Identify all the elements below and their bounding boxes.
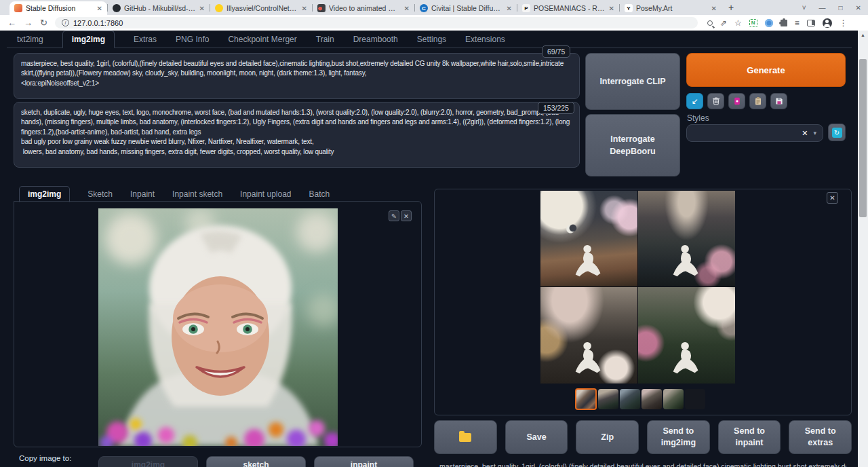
extensions-puzzle-icon[interactable] xyxy=(781,20,787,26)
forward-icon[interactable]: → xyxy=(24,18,33,27)
subtab-inpaint-upload[interactable]: Inpaint upload xyxy=(240,187,291,202)
browser-tab-github[interactable]: GitHub - Mikubill/sd-webui-co ✕ xyxy=(108,1,210,15)
profile-avatar[interactable] xyxy=(823,18,832,28)
browser-tab-civitai[interactable]: C Civitai | Stable Diffusion model ✕ xyxy=(415,1,517,15)
generated-image-3[interactable] xyxy=(540,287,637,384)
posemaniacs-favicon: P xyxy=(522,4,530,12)
tab-png-info[interactable]: PNG Info xyxy=(176,31,209,48)
reload-icon[interactable]: ↻ xyxy=(40,18,47,27)
styles-clear-icon[interactable]: ✕ xyxy=(802,129,808,138)
interrogate-clip-button[interactable]: Interrogate CLIP xyxy=(585,53,680,110)
refresh-icon: ↻ xyxy=(832,128,842,138)
generated-image-4[interactable] xyxy=(638,287,735,384)
save-button[interactable]: Save xyxy=(505,420,568,454)
window-maximize-button[interactable]: □ xyxy=(839,4,843,12)
prompt-input[interactable]: masterpiece, best quality, 1girl, (color… xyxy=(14,53,580,99)
remove-image-close-icon[interactable]: ✕ xyxy=(401,210,412,221)
copy-image-to-label: Copy image to: xyxy=(19,454,71,462)
browser-tab-controlnet[interactable]: Illyasviel/ControlNet at main ✕ xyxy=(210,1,312,15)
tab-close-icon[interactable]: ✕ xyxy=(711,5,717,12)
sidebar-icon[interactable] xyxy=(807,20,815,26)
generated-image-grid[interactable] xyxy=(540,191,735,384)
tab-close-icon[interactable]: ✕ xyxy=(507,5,512,12)
styles-dropdown[interactable]: ✕ ▾ xyxy=(686,124,823,142)
generated-image-2[interactable] xyxy=(638,191,735,286)
read-generation-params-icon[interactable]: ↙ xyxy=(686,93,703,109)
site-info-icon[interactable]: i xyxy=(62,19,69,26)
thumbnail-3[interactable] xyxy=(620,389,640,409)
window-close-button[interactable]: ✕ xyxy=(856,4,861,12)
zoom-icon[interactable] xyxy=(707,20,713,26)
scrollbar-thumb[interactable] xyxy=(859,59,867,217)
copy-to-sketch-button[interactable]: sketch xyxy=(206,456,306,467)
subtab-inpaint-sketch[interactable]: Inpaint sketch xyxy=(172,187,222,202)
gallery-close-icon[interactable]: ✕ xyxy=(827,192,838,204)
edit-image-pencil-icon[interactable]: ✎ xyxy=(389,210,399,221)
tab-title: POSEMANIACS - Royalty free 3 xyxy=(534,4,606,12)
tab-checkpoint-merger[interactable]: Checkpoint Merger xyxy=(228,31,296,48)
tab-settings[interactable]: Settings xyxy=(417,31,446,48)
tab-close-icon[interactable]: ✕ xyxy=(302,5,307,12)
tab-extras[interactable]: Extras xyxy=(134,31,157,48)
tab-txt2img[interactable]: txt2img xyxy=(17,31,43,48)
save-style-floppy-icon[interactable] xyxy=(770,93,787,109)
generated-image-1[interactable] xyxy=(540,191,637,286)
civitai-favicon: C xyxy=(420,4,428,12)
negative-token-counter: 153/225 xyxy=(538,102,574,114)
thumbnail-2[interactable] xyxy=(598,389,618,409)
tab-dreambooth[interactable]: Dreambooth xyxy=(353,31,398,48)
subtab-inpaint[interactable]: Inpaint xyxy=(130,187,155,202)
tab-img2img[interactable]: img2img xyxy=(62,31,115,48)
scrollbar-up-arrow[interactable]: ▲ xyxy=(858,31,868,39)
gallery-thumbnail-strip xyxy=(575,388,705,410)
extension-blue-icon[interactable] xyxy=(765,19,773,27)
img2img-sub-tabs: img2img Sketch Inpaint Inpaint sketch In… xyxy=(14,186,422,202)
browser-tab-posemyart[interactable]: Y PoseMy.Art ✕ xyxy=(620,1,722,15)
tab-close-icon[interactable]: ✕ xyxy=(97,5,102,12)
send-to-extras-button[interactable]: Send to extras xyxy=(789,420,852,454)
new-tab-button[interactable]: + xyxy=(728,2,734,13)
apply-style-clipboard-icon[interactable] xyxy=(749,93,766,109)
tab-close-icon[interactable]: ✕ xyxy=(404,5,410,12)
tab-search-chevron-icon[interactable]: ˅ xyxy=(802,4,806,12)
thumbnail-1-selected[interactable] xyxy=(575,388,597,410)
negative-prompt-input[interactable]: sketch, duplicate, ugly, huge eyes, text… xyxy=(14,102,580,168)
tab-close-icon[interactable]: ✕ xyxy=(199,5,205,12)
bookmark-star-icon[interactable]: ☆ xyxy=(734,19,742,27)
send-to-inpaint-button[interactable]: Send to inpaint xyxy=(718,420,781,454)
copy-to-inpaint-button[interactable]: inpaint xyxy=(314,456,414,467)
extra-networks-card-icon[interactable] xyxy=(728,93,745,109)
refresh-styles-button[interactable]: ↻ xyxy=(828,124,846,141)
tab-extensions[interactable]: Extensions xyxy=(465,31,505,48)
share-icon[interactable]: ⇗ xyxy=(720,19,727,27)
browser-tab-posemaniacs[interactable]: P POSEMANIACS - Royalty free 3 ✕ xyxy=(517,1,619,15)
main-nav-tabs: txt2img img2img Extras PNG Info Checkpoi… xyxy=(7,32,852,48)
interrogate-deepbooru-button[interactable]: Interrogate DeepBooru xyxy=(585,114,680,176)
send-to-img2img-button[interactable]: Send to img2img xyxy=(647,420,710,454)
generate-button[interactable]: Generate xyxy=(686,53,846,87)
browser-tab-gif-converter[interactable]: Video to animated GIF converter ✕ xyxy=(313,1,414,15)
open-folder-button[interactable] xyxy=(434,420,497,454)
zip-button[interactable]: Zip xyxy=(576,420,639,454)
tab-title: Illyasviel/ControlNet at main xyxy=(226,4,298,12)
browser-tab-stable-diffusion[interactable]: Stable Diffusion ✕ xyxy=(9,1,107,15)
subtab-sketch[interactable]: Sketch xyxy=(87,187,113,202)
chevron-down-icon[interactable]: ▾ xyxy=(813,130,816,136)
thumbnail-4[interactable] xyxy=(642,389,662,409)
clear-prompt-trash-icon[interactable] xyxy=(707,93,724,109)
address-bar[interactable]: i 127.0.0.1:7860 xyxy=(55,17,698,29)
page-scrollbar[interactable]: ▲ xyxy=(858,31,868,467)
window-minimize-button[interactable]: — xyxy=(819,4,826,12)
github-favicon xyxy=(113,4,121,12)
back-icon[interactable]: ← xyxy=(7,18,16,27)
tab-train[interactable]: Train xyxy=(316,31,334,48)
thumbnail-6[interactable] xyxy=(685,389,705,409)
menu-dots-icon[interactable]: ⋮ xyxy=(840,19,848,27)
source-image-portrait[interactable] xyxy=(98,208,338,446)
subtab-batch[interactable]: Batch xyxy=(309,187,330,202)
thumbnail-5[interactable] xyxy=(663,389,684,409)
subtab-img2img[interactable]: img2img xyxy=(19,186,70,202)
tab-close-icon[interactable]: ✕ xyxy=(609,5,614,12)
media-list-icon[interactable]: ≡ xyxy=(795,19,800,27)
extension-n-icon[interactable]: N xyxy=(749,19,757,27)
